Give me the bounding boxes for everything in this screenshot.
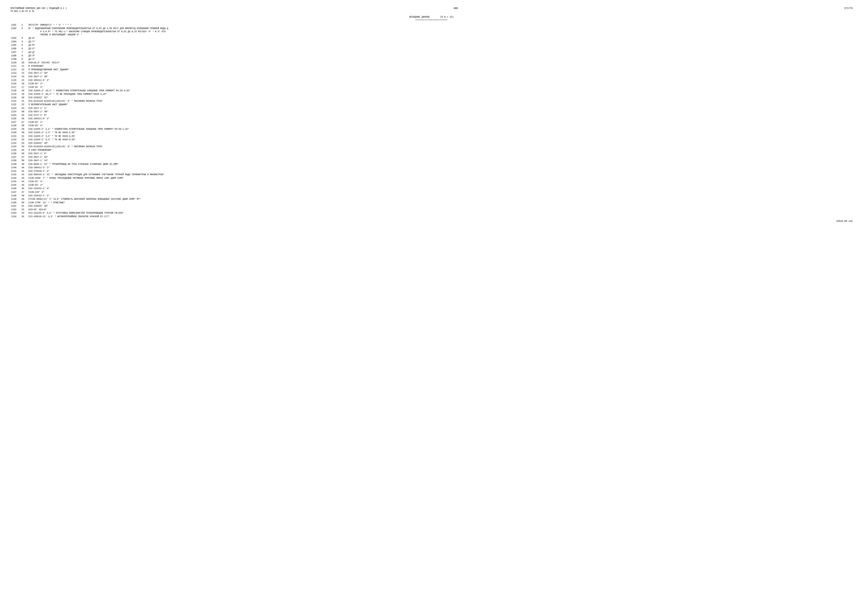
row-id1: 1111 [11, 64, 21, 68]
table-row: 111212П ПРОИЗВОДСТВЕННАЯ 4АСТ ЗДАНИЯ* [11, 68, 852, 71]
row-content: Е16-35#7-1' 6* [28, 152, 852, 156]
table-row: 113838Е16-36#7-1' 14* [11, 159, 852, 162]
table-row: 112525Е16-37#7-1' 8* [11, 113, 852, 117]
row-content: Е15-614#164-8(H15=45)(H21=0)' 9' * МАСЛЯ… [28, 99, 852, 103]
row-id1: 1103 [11, 36, 21, 40]
row-id1: 1137 [11, 156, 21, 159]
row-id1: 1152 [11, 208, 21, 211]
row-id2: 2 [21, 27, 28, 36]
table-row: 112323Е16-35#7-1' 1* [11, 107, 852, 110]
row-id1: 1154 [11, 215, 21, 218]
row-id1: 1147 [11, 190, 21, 194]
row-id2: 49 [21, 198, 28, 201]
row-id1: 1104 [11, 40, 21, 44]
row-id1: 1105 [11, 44, 21, 47]
row-content: С130-91' 1* [28, 121, 852, 124]
table-row: 112626Е18-195#11-6' 1* [11, 117, 852, 121]
row-id2: 32 [21, 138, 28, 141]
table-row: 111818Е18-116#5-2' 19,2' * КОНВЕКТОРЫ ОТ… [11, 89, 852, 93]
row-id2: 38 [21, 159, 28, 162]
table-row: 111111Р ОТОПЛЕНИЕ* [11, 64, 852, 68]
row-id2: 18 [21, 89, 28, 93]
table-row: 111313Е16-35#7-1' 50* [11, 71, 852, 75]
row-id2: 9 [21, 58, 28, 61]
table-row: 112727С130-91' 1* [11, 121, 852, 124]
row-id2: 30 [21, 131, 28, 134]
row-id2: 48 [21, 194, 28, 198]
row-id2: 22 [21, 103, 28, 106]
header-doc-line: ТП.901-1-83 87 А IX [11, 10, 67, 13]
row-id1: 1136 [11, 152, 21, 156]
table-row: 112929Е18-116#5-2' 2,2' * КОНВЕКТОРЫ ОТО… [11, 127, 852, 131]
row-id1: 1135 [11, 148, 21, 152]
row-id2: 50 [21, 201, 28, 204]
row-id2: 14 [21, 75, 28, 79]
row-id1: 1131 [11, 135, 21, 138]
title-params: (П.H.= 12) [440, 16, 454, 18]
row-id2: 33 [21, 141, 28, 145]
row-content: 9571778* H9M1B1Г1* * * 1* * * * * [28, 23, 852, 27]
row-id1: 1145 [11, 183, 21, 187]
table-row: 113030Е18-116#5-2' 2,3' * ТО ЖЕ КН20-2,3… [11, 131, 852, 134]
row-id2: 41 [21, 170, 28, 173]
row-id2: 12 [21, 68, 28, 71]
row-id2: 6 [21, 47, 28, 50]
row-content: С130-92' 4* [28, 124, 852, 127]
row-id1: 1122 [11, 103, 21, 106]
row-id2: 21 [21, 99, 28, 103]
row-id2: 28 [21, 124, 28, 127]
row-id2: 13 [21, 71, 28, 75]
row-id2: 27 [21, 121, 28, 124]
header-page-num: 133 [454, 7, 458, 9]
row-id2: 20 [21, 96, 28, 99]
table-row: 11077Д3-Д* [11, 50, 852, 54]
table-row: 11022В* * ВОДОЗАБОРНЫЕ СООРУЖЕНИЯ ПРОИЗВ… [11, 27, 852, 36]
table-row: 113939Е16-66#8-1' 12' * ТРУБОПРОВОД ИЗ Т… [11, 162, 852, 166]
table-row: 114141Е18-179#10-1' 2* [11, 170, 852, 173]
row-content: СТ130-2058(=3)' 2' 14,8' СТОИМОСТЬ ВЕНТИ… [28, 198, 852, 201]
row-content: Е13-121#15-6' 4,5' * ОГРУТОВКА ПОВЕРХНОС… [28, 211, 852, 215]
table-row: 112121Е15-614#164-8(H15=45)(H21=0)' 9' *… [11, 99, 852, 103]
row-id2: 37 [21, 156, 28, 159]
row-id2: 17 [21, 85, 28, 89]
row-content: Е18-179#10-1' 2* [28, 170, 852, 173]
table-row: 113434Е15-614#164-8(H15=45)(H21=0)' 8' *… [11, 145, 852, 148]
row-content: Е13-160#18-21' 4,5' * АНТИКОРРОЗИЙНОЕ ПО… [28, 215, 852, 218]
row-id2: 51 [21, 204, 28, 208]
table-row: 111414Е16-35#7-1' 50* [11, 75, 852, 79]
table-row: 113737Е16-36#7-1' 10* [11, 156, 852, 159]
row-content: Е20-696#18-1' 31' * ЗАКЛАДНЫЕ КОНСТРУКЦИ… [28, 173, 852, 176]
title-main: ИСХОДНЫЕ ДАННЫЕ [409, 16, 430, 18]
table-row: 111616С130-91' 2* [11, 82, 852, 85]
table-row: 11066Д2-С* [11, 47, 852, 50]
table-row: 113333Е16-219#22' 49* [11, 141, 852, 145]
row-content: H10=16,5' H15=63' H21=2* [28, 61, 852, 64]
row-id1: 1150 [11, 201, 21, 204]
table-row: 115151Е16-219#22' 40* [11, 204, 852, 208]
row-id2: 5 [21, 44, 28, 47]
row-content: Д2-С* [28, 47, 852, 50]
row-id2: 31 [21, 135, 28, 138]
row-id2: 44 [21, 180, 28, 183]
row-content: Е16-37#7-1' 8* [28, 113, 852, 117]
row-content: Д3-Д* [28, 50, 852, 54]
row-id2: 35 [21, 148, 28, 152]
table-row: 110119571778* H9M1B1Г1* * * 1* * * * * [11, 23, 852, 27]
row-id1: 1121 [11, 99, 21, 103]
table-row: 11033Д2-Б* [11, 36, 852, 40]
header-code: 571778 [844, 7, 852, 9]
row-id1: 1146 [11, 187, 21, 190]
row-content: С130-91' 2* [28, 82, 852, 85]
row-content: Е16-35#7-1' 50* [28, 75, 852, 79]
table-row: 111717С130-92' 3* [11, 85, 852, 89]
row-content: Е18-116#5-2' 2,2' * КОНВЕКТОРЫ ОТОПИТЕЛЬ… [28, 127, 852, 131]
table-row: 115050С130-1790' 12' * * ОТВЕТНЫЕ* [11, 201, 852, 204]
row-id1: 1139 [11, 162, 21, 166]
row-id1: 1133 [11, 141, 21, 145]
table-row: 114949СТ130-2058(=3)' 2' 14,8' СТОИМОСТЬ… [11, 198, 852, 201]
row-id1: 1132 [11, 138, 21, 141]
table-row: 112828С130-92' 4* [11, 124, 852, 127]
table-row: 11099Д4-Х* [11, 58, 852, 61]
header-program-line: ПРОГРАММНЫЙ КОМПЛЕКС АВС-3ЕС ( РЕДАКЦИЯ … [11, 7, 67, 10]
row-id1: 1134 [11, 145, 21, 148]
